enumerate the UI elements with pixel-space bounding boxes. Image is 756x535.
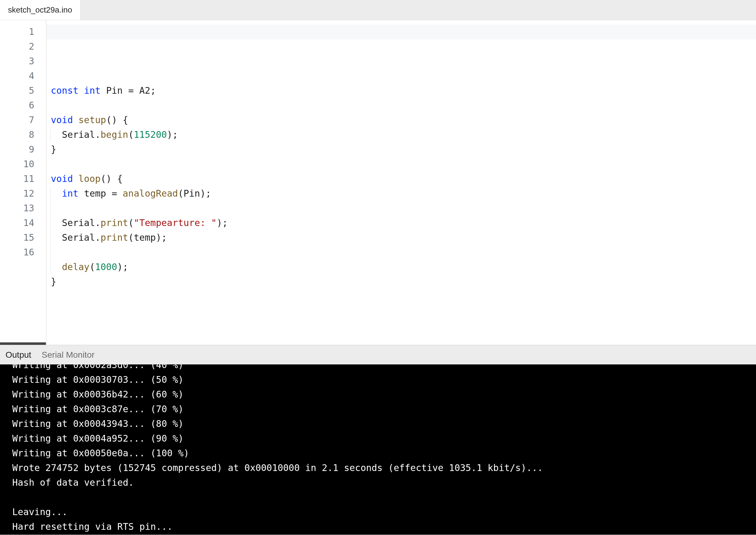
code-line[interactable]: int temp = analogRead(Pin); (51, 186, 756, 201)
console-line: Writing at 0x00050e0a... (100 %) (12, 446, 744, 461)
console-line: Wrote 274752 bytes (152745 compressed) a… (12, 461, 744, 475)
file-tabbar: sketch_oct29a.ino (0, 0, 756, 20)
bottom-panel-tabbar: Output Serial Monitor (0, 345, 756, 364)
console-line: Writing at 0x0004a952... (90 %) (12, 431, 744, 446)
tab-output[interactable]: Output (6, 350, 31, 360)
code-line[interactable] (51, 245, 756, 260)
line-number: 11 (0, 172, 46, 186)
console-line: Writing at 0x0002a3d0... (40 %) (12, 364, 744, 372)
code-area[interactable]: const int Pin = A2;void setup() { Serial… (46, 20, 756, 345)
code-line[interactable] (51, 69, 756, 83)
line-number: 4 (0, 69, 46, 83)
line-number: 2 (0, 39, 46, 54)
console-line: Leaving... (12, 505, 744, 520)
line-number: 9 (0, 142, 46, 157)
console-line: Hash of data verified. (12, 475, 744, 490)
file-tab-label: sketch_oct29a.ino (8, 5, 72, 15)
line-number: 3 (0, 54, 46, 69)
editor-scrollbar-indicator[interactable] (0, 342, 46, 345)
code-line[interactable]: Serial.print("Tempearture: "); (51, 215, 756, 230)
line-number: 16 (0, 245, 46, 260)
line-number: 10 (0, 157, 46, 172)
current-line-highlight (46, 24, 756, 39)
code-line[interactable]: delay(1000); (51, 260, 756, 274)
code-line[interactable]: const int Pin = A2; (51, 83, 756, 98)
console-line: Writing at 0x0003c87e... (70 %) (12, 402, 744, 416)
console-line: Writing at 0x00030703... (50 %) (12, 372, 744, 387)
line-number: 14 (0, 215, 46, 230)
code-line[interactable]: } (51, 274, 756, 289)
tab-serial-monitor[interactable]: Serial Monitor (41, 350, 94, 360)
code-editor[interactable]: 12345678910111213141516 const int Pin = … (0, 20, 756, 345)
code-line[interactable]: } (51, 142, 756, 157)
line-number: 7 (0, 113, 46, 127)
file-tab-active[interactable]: sketch_oct29a.ino (0, 0, 80, 20)
code-line[interactable] (51, 289, 756, 304)
console-line: Writing at 0x00036b42... (60 %) (12, 387, 744, 402)
code-line[interactable]: Serial.begin(115200); (51, 127, 756, 142)
code-line[interactable]: void loop() { (51, 172, 756, 186)
line-number: 8 (0, 127, 46, 142)
line-number-gutter: 12345678910111213141516 (0, 20, 46, 345)
line-number: 12 (0, 186, 46, 201)
code-line[interactable] (51, 98, 756, 113)
line-number: 1 (0, 24, 46, 39)
line-number: 6 (0, 98, 46, 113)
code-line[interactable] (51, 201, 756, 215)
console-line (12, 490, 744, 505)
output-console[interactable]: Writing at 0x0002a3d0... (40 %)Writing a… (0, 364, 756, 535)
line-number: 15 (0, 230, 46, 245)
console-line: Writing at 0x00043943... (80 %) (12, 416, 744, 431)
code-line[interactable] (51, 157, 756, 172)
code-line[interactable]: void setup() { (51, 113, 756, 127)
console-line: Hard resetting via RTS pin... (12, 520, 744, 534)
code-line[interactable]: Serial.print(temp); (51, 230, 756, 245)
line-number: 13 (0, 201, 46, 215)
line-number: 5 (0, 83, 46, 98)
